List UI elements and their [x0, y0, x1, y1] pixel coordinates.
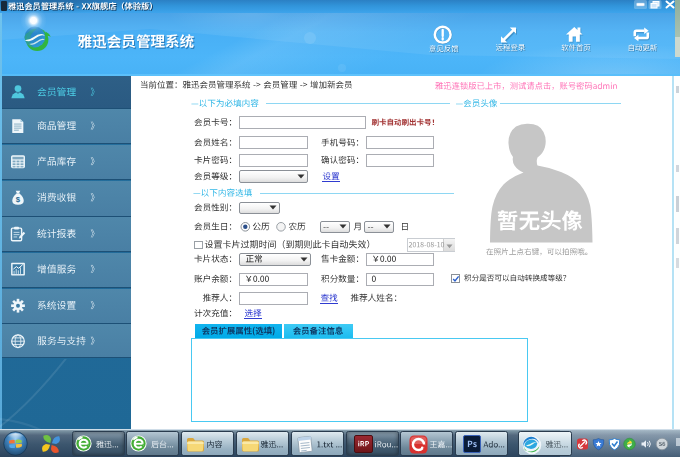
svg-text:$: $	[16, 195, 21, 204]
